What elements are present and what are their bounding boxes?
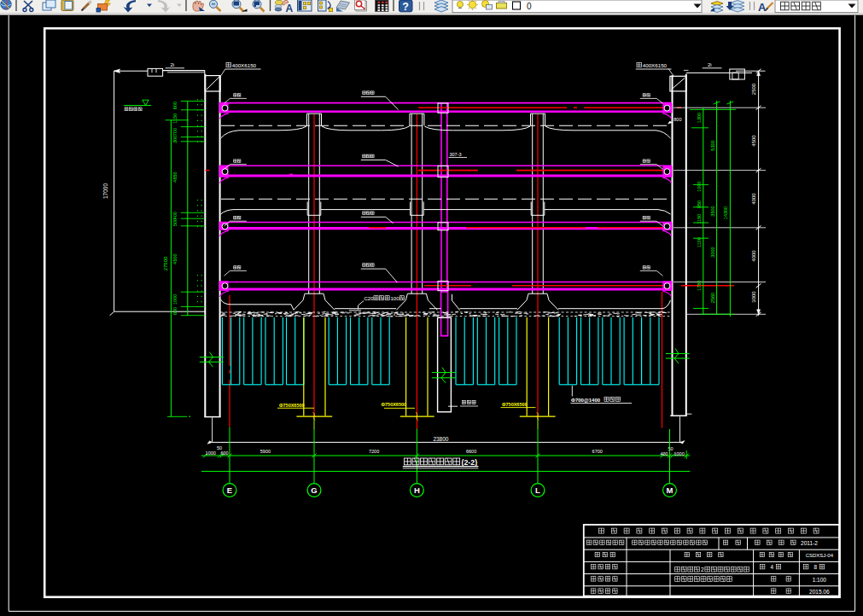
svg-text:800: 800 xyxy=(673,117,681,122)
svg-text:1000: 1000 xyxy=(674,451,685,456)
svg-text:Φ700@1400: Φ700@1400 xyxy=(571,398,601,403)
svg-text:4850: 4850 xyxy=(172,171,178,182)
svg-text:2500: 2500 xyxy=(751,83,756,95)
svg-text:L: L xyxy=(535,485,540,495)
svg-text:600: 600 xyxy=(220,450,228,456)
svg-text:100: 100 xyxy=(391,296,400,301)
svg-text:CSDXSJ-04: CSDXSJ-04 xyxy=(806,553,834,558)
svg-text:2i: 2i xyxy=(171,62,175,67)
svg-text:8: 8 xyxy=(813,564,817,570)
svg-text:400: 400 xyxy=(661,451,668,456)
svg-text:1:100: 1:100 xyxy=(813,577,827,583)
svg-text:17000: 17000 xyxy=(102,183,108,199)
svg-text:H: H xyxy=(414,485,420,495)
svg-text:1780: 1780 xyxy=(697,280,702,290)
svg-text:307-3: 307-3 xyxy=(450,152,462,157)
svg-text:?: ? xyxy=(402,1,409,13)
svg-text:Φ750X6500: Φ750X6500 xyxy=(502,402,528,407)
svg-text:(2-2): (2-2) xyxy=(462,458,478,467)
svg-text:1300: 1300 xyxy=(697,113,702,123)
svg-text:600: 600 xyxy=(172,307,178,315)
svg-text:E: E xyxy=(227,485,232,495)
svg-text:2: 2 xyxy=(701,567,704,572)
svg-text:2015.06: 2015.06 xyxy=(809,589,830,595)
svg-text:6700: 6700 xyxy=(592,449,603,454)
svg-text:400X6150: 400X6150 xyxy=(643,62,668,68)
svg-text:4500: 4500 xyxy=(751,135,756,147)
svg-text:G: G xyxy=(311,485,317,495)
svg-text:4500: 4500 xyxy=(172,253,178,264)
svg-text:2560: 2560 xyxy=(710,293,715,303)
svg-text:1000: 1000 xyxy=(172,294,178,305)
svg-text:50: 50 xyxy=(668,446,673,451)
svg-text:1000: 1000 xyxy=(206,450,216,456)
svg-text:500: 500 xyxy=(172,218,178,226)
svg-text:27500: 27500 xyxy=(163,256,168,270)
svg-text:4: 4 xyxy=(770,564,773,570)
svg-text:3000: 3000 xyxy=(751,291,756,303)
svg-text:600: 600 xyxy=(172,102,178,109)
svg-text:1100: 1100 xyxy=(697,237,702,247)
svg-text:C20: C20 xyxy=(364,296,375,301)
svg-text:1150: 1150 xyxy=(172,113,178,124)
svg-text:4000: 4000 xyxy=(751,250,756,262)
svg-text:23800: 23800 xyxy=(433,436,448,442)
svg-text:400X6150: 400X6150 xyxy=(232,62,257,68)
svg-text:Φ750X6500: Φ750X6500 xyxy=(382,402,407,407)
svg-text:1000: 1000 xyxy=(697,181,702,191)
svg-text:6600: 6600 xyxy=(466,449,476,454)
svg-text:5300: 5300 xyxy=(710,140,715,150)
svg-text:5900: 5900 xyxy=(260,449,271,454)
svg-text:700: 700 xyxy=(172,128,178,136)
svg-text:0: 0 xyxy=(527,2,532,11)
svg-text:M: M xyxy=(667,485,673,495)
svg-text:2i: 2i xyxy=(708,62,712,67)
svg-text:2011-2: 2011-2 xyxy=(801,540,818,546)
svg-text:A: A xyxy=(758,1,767,14)
svg-text:4000: 4000 xyxy=(751,193,756,205)
svg-text:7200: 7200 xyxy=(369,449,379,454)
svg-text:14300: 14300 xyxy=(723,206,728,219)
svg-text:A: A xyxy=(286,3,294,15)
svg-text:Φ750X6500: Φ750X6500 xyxy=(279,403,305,408)
svg-text:3500: 3500 xyxy=(710,206,715,216)
svg-text:300: 300 xyxy=(172,136,178,143)
svg-text:3000: 3000 xyxy=(710,247,715,257)
